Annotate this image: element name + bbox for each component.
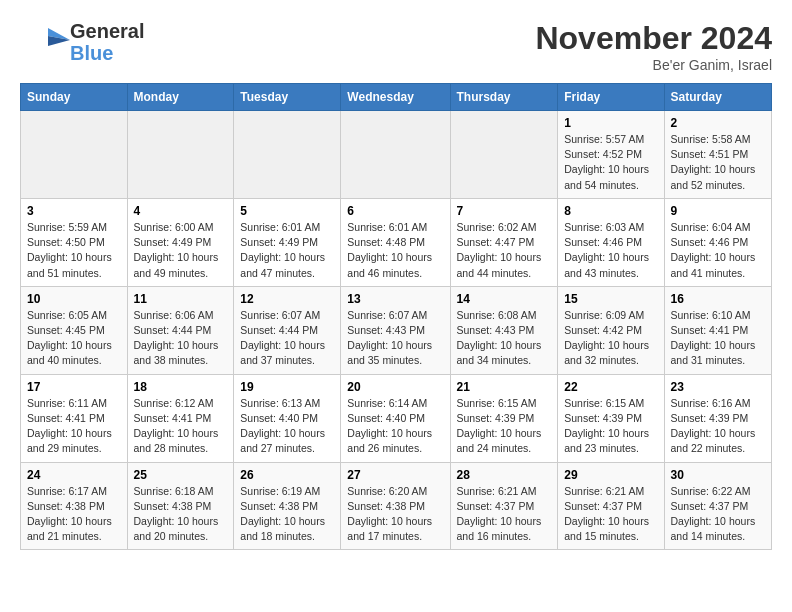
calendar-cell: 5Sunrise: 6:01 AM Sunset: 4:49 PM Daylig… bbox=[234, 198, 341, 286]
day-number: 13 bbox=[347, 292, 443, 306]
day-info: Sunrise: 6:13 AM Sunset: 4:40 PM Dayligh… bbox=[240, 396, 334, 457]
day-number: 19 bbox=[240, 380, 334, 394]
day-info: Sunrise: 6:17 AM Sunset: 4:38 PM Dayligh… bbox=[27, 484, 121, 545]
calendar-cell: 17Sunrise: 6:11 AM Sunset: 4:41 PM Dayli… bbox=[21, 374, 128, 462]
day-info: Sunrise: 6:21 AM Sunset: 4:37 PM Dayligh… bbox=[564, 484, 657, 545]
calendar-cell: 11Sunrise: 6:06 AM Sunset: 4:44 PM Dayli… bbox=[127, 286, 234, 374]
calendar-cell: 25Sunrise: 6:18 AM Sunset: 4:38 PM Dayli… bbox=[127, 462, 234, 550]
day-info: Sunrise: 6:07 AM Sunset: 4:44 PM Dayligh… bbox=[240, 308, 334, 369]
day-number: 21 bbox=[457, 380, 552, 394]
col-friday: Friday bbox=[558, 84, 664, 111]
col-saturday: Saturday bbox=[664, 84, 771, 111]
day-info: Sunrise: 5:57 AM Sunset: 4:52 PM Dayligh… bbox=[564, 132, 657, 193]
day-info: Sunrise: 6:15 AM Sunset: 4:39 PM Dayligh… bbox=[457, 396, 552, 457]
day-info: Sunrise: 6:18 AM Sunset: 4:38 PM Dayligh… bbox=[134, 484, 228, 545]
day-number: 12 bbox=[240, 292, 334, 306]
calendar-week-5: 24Sunrise: 6:17 AM Sunset: 4:38 PM Dayli… bbox=[21, 462, 772, 550]
day-number: 25 bbox=[134, 468, 228, 482]
day-number: 10 bbox=[27, 292, 121, 306]
day-info: Sunrise: 6:03 AM Sunset: 4:46 PM Dayligh… bbox=[564, 220, 657, 281]
logo: GeneralBlue bbox=[20, 20, 144, 64]
calendar-cell bbox=[450, 111, 558, 199]
day-info: Sunrise: 6:04 AM Sunset: 4:46 PM Dayligh… bbox=[671, 220, 765, 281]
day-number: 14 bbox=[457, 292, 552, 306]
calendar-cell: 2Sunrise: 5:58 AM Sunset: 4:51 PM Daylig… bbox=[664, 111, 771, 199]
calendar-cell: 24Sunrise: 6:17 AM Sunset: 4:38 PM Dayli… bbox=[21, 462, 128, 550]
logo-icon bbox=[20, 20, 70, 64]
col-tuesday: Tuesday bbox=[234, 84, 341, 111]
day-info: Sunrise: 6:20 AM Sunset: 4:38 PM Dayligh… bbox=[347, 484, 443, 545]
calendar-cell: 20Sunrise: 6:14 AM Sunset: 4:40 PM Dayli… bbox=[341, 374, 450, 462]
col-monday: Monday bbox=[127, 84, 234, 111]
day-info: Sunrise: 6:01 AM Sunset: 4:48 PM Dayligh… bbox=[347, 220, 443, 281]
col-thursday: Thursday bbox=[450, 84, 558, 111]
day-number: 4 bbox=[134, 204, 228, 218]
calendar-cell: 9Sunrise: 6:04 AM Sunset: 4:46 PM Daylig… bbox=[664, 198, 771, 286]
calendar-cell: 16Sunrise: 6:10 AM Sunset: 4:41 PM Dayli… bbox=[664, 286, 771, 374]
calendar-cell bbox=[341, 111, 450, 199]
day-number: 16 bbox=[671, 292, 765, 306]
calendar-week-4: 17Sunrise: 6:11 AM Sunset: 4:41 PM Dayli… bbox=[21, 374, 772, 462]
calendar-cell: 8Sunrise: 6:03 AM Sunset: 4:46 PM Daylig… bbox=[558, 198, 664, 286]
calendar-week-3: 10Sunrise: 6:05 AM Sunset: 4:45 PM Dayli… bbox=[21, 286, 772, 374]
day-info: Sunrise: 6:02 AM Sunset: 4:47 PM Dayligh… bbox=[457, 220, 552, 281]
calendar-cell: 23Sunrise: 6:16 AM Sunset: 4:39 PM Dayli… bbox=[664, 374, 771, 462]
day-number: 23 bbox=[671, 380, 765, 394]
day-info: Sunrise: 6:21 AM Sunset: 4:37 PM Dayligh… bbox=[457, 484, 552, 545]
day-info: Sunrise: 6:09 AM Sunset: 4:42 PM Dayligh… bbox=[564, 308, 657, 369]
title-block: November 2024 Be'er Ganim, Israel bbox=[535, 20, 772, 73]
day-number: 18 bbox=[134, 380, 228, 394]
day-number: 27 bbox=[347, 468, 443, 482]
day-info: Sunrise: 5:58 AM Sunset: 4:51 PM Dayligh… bbox=[671, 132, 765, 193]
day-number: 8 bbox=[564, 204, 657, 218]
day-number: 3 bbox=[27, 204, 121, 218]
calendar-cell: 6Sunrise: 6:01 AM Sunset: 4:48 PM Daylig… bbox=[341, 198, 450, 286]
calendar-cell: 7Sunrise: 6:02 AM Sunset: 4:47 PM Daylig… bbox=[450, 198, 558, 286]
day-number: 6 bbox=[347, 204, 443, 218]
calendar-cell: 30Sunrise: 6:22 AM Sunset: 4:37 PM Dayli… bbox=[664, 462, 771, 550]
col-sunday: Sunday bbox=[21, 84, 128, 111]
calendar-cell bbox=[234, 111, 341, 199]
day-info: Sunrise: 6:12 AM Sunset: 4:41 PM Dayligh… bbox=[134, 396, 228, 457]
location: Be'er Ganim, Israel bbox=[535, 57, 772, 73]
calendar-week-2: 3Sunrise: 5:59 AM Sunset: 4:50 PM Daylig… bbox=[21, 198, 772, 286]
logo-general: General bbox=[70, 20, 144, 42]
calendar-cell: 1Sunrise: 5:57 AM Sunset: 4:52 PM Daylig… bbox=[558, 111, 664, 199]
day-number: 24 bbox=[27, 468, 121, 482]
calendar-cell: 13Sunrise: 6:07 AM Sunset: 4:43 PM Dayli… bbox=[341, 286, 450, 374]
day-number: 9 bbox=[671, 204, 765, 218]
calendar-header-row: Sunday Monday Tuesday Wednesday Thursday… bbox=[21, 84, 772, 111]
day-number: 20 bbox=[347, 380, 443, 394]
calendar-week-1: 1Sunrise: 5:57 AM Sunset: 4:52 PM Daylig… bbox=[21, 111, 772, 199]
month-title: November 2024 bbox=[535, 20, 772, 57]
calendar-cell: 28Sunrise: 6:21 AM Sunset: 4:37 PM Dayli… bbox=[450, 462, 558, 550]
day-info: Sunrise: 6:14 AM Sunset: 4:40 PM Dayligh… bbox=[347, 396, 443, 457]
day-number: 1 bbox=[564, 116, 657, 130]
logo-blue: Blue bbox=[70, 42, 113, 64]
calendar-cell: 12Sunrise: 6:07 AM Sunset: 4:44 PM Dayli… bbox=[234, 286, 341, 374]
calendar-cell: 19Sunrise: 6:13 AM Sunset: 4:40 PM Dayli… bbox=[234, 374, 341, 462]
day-info: Sunrise: 6:05 AM Sunset: 4:45 PM Dayligh… bbox=[27, 308, 121, 369]
day-info: Sunrise: 6:15 AM Sunset: 4:39 PM Dayligh… bbox=[564, 396, 657, 457]
day-number: 15 bbox=[564, 292, 657, 306]
calendar-cell: 3Sunrise: 5:59 AM Sunset: 4:50 PM Daylig… bbox=[21, 198, 128, 286]
day-info: Sunrise: 6:06 AM Sunset: 4:44 PM Dayligh… bbox=[134, 308, 228, 369]
day-number: 11 bbox=[134, 292, 228, 306]
day-info: Sunrise: 6:10 AM Sunset: 4:41 PM Dayligh… bbox=[671, 308, 765, 369]
day-info: Sunrise: 6:19 AM Sunset: 4:38 PM Dayligh… bbox=[240, 484, 334, 545]
day-number: 2 bbox=[671, 116, 765, 130]
calendar-cell: 4Sunrise: 6:00 AM Sunset: 4:49 PM Daylig… bbox=[127, 198, 234, 286]
day-info: Sunrise: 6:11 AM Sunset: 4:41 PM Dayligh… bbox=[27, 396, 121, 457]
day-number: 7 bbox=[457, 204, 552, 218]
day-info: Sunrise: 6:00 AM Sunset: 4:49 PM Dayligh… bbox=[134, 220, 228, 281]
day-number: 22 bbox=[564, 380, 657, 394]
calendar-table: Sunday Monday Tuesday Wednesday Thursday… bbox=[20, 83, 772, 550]
col-wednesday: Wednesday bbox=[341, 84, 450, 111]
day-info: Sunrise: 6:01 AM Sunset: 4:49 PM Dayligh… bbox=[240, 220, 334, 281]
day-number: 5 bbox=[240, 204, 334, 218]
calendar-cell: 14Sunrise: 6:08 AM Sunset: 4:43 PM Dayli… bbox=[450, 286, 558, 374]
day-number: 28 bbox=[457, 468, 552, 482]
calendar-cell: 27Sunrise: 6:20 AM Sunset: 4:38 PM Dayli… bbox=[341, 462, 450, 550]
day-info: Sunrise: 6:08 AM Sunset: 4:43 PM Dayligh… bbox=[457, 308, 552, 369]
day-info: Sunrise: 6:22 AM Sunset: 4:37 PM Dayligh… bbox=[671, 484, 765, 545]
